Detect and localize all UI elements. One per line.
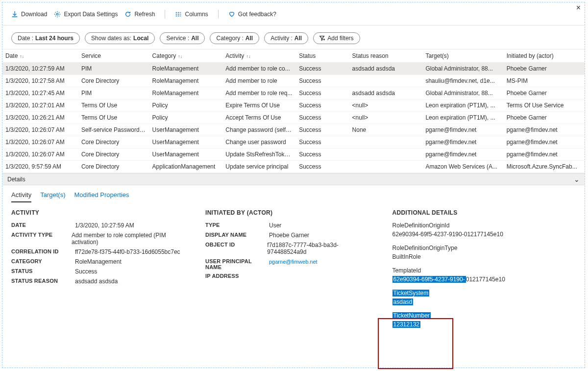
- download-label: Download: [21, 11, 47, 18]
- cell-category: Policy: [149, 112, 223, 124]
- cell-actor: MS-PIM: [504, 75, 585, 87]
- feedback-button[interactable]: Got feedback?: [228, 11, 276, 18]
- table-row[interactable]: 1/3/2020, 10:26:21 AMTerms Of UsePolicyA…: [2, 112, 585, 124]
- svg-point-0: [57, 13, 59, 15]
- ticket-number-value: 12312132: [392, 321, 420, 328]
- cell-actor: Phoebe Garner: [504, 63, 585, 75]
- col-status[interactable]: Status: [296, 49, 349, 63]
- col-category[interactable]: Category↑↓: [149, 49, 223, 63]
- download-button[interactable]: Download: [11, 11, 47, 18]
- cell-activity: Change password (self-s...: [222, 124, 296, 136]
- heart-icon: [228, 11, 235, 18]
- cell-actor: Phoebe Garner: [504, 112, 585, 124]
- export-settings-button[interactable]: Export Data Settings: [54, 11, 118, 18]
- cell-status: Success: [296, 136, 349, 148]
- cell-actor: pgarne@fimdev.net: [504, 136, 585, 148]
- cell-date: 1/3/2020, 10:27:45 AM: [2, 87, 78, 99]
- cell-activity: Accept Terms Of Use: [222, 112, 296, 124]
- filter-activity[interactable]: Activity : All: [264, 32, 308, 44]
- table-row[interactable]: 1/3/2020, 10:27:45 AMPIMRoleManagementAd…: [2, 87, 585, 99]
- feedback-label: Got feedback?: [238, 11, 276, 18]
- cell-date: 1/3/2020, 10:26:07 AM: [2, 124, 78, 136]
- cell-status: Success: [296, 161, 349, 173]
- table-row[interactable]: 1/3/2020, 10:27:58 AMCore DirectoryRoleM…: [2, 75, 585, 87]
- col-activity[interactable]: Activity↑↓: [222, 49, 296, 63]
- cell-service: Terms Of Use: [78, 99, 149, 112]
- cell-category: RoleManagement: [149, 87, 223, 99]
- cell-reason: <null>: [349, 112, 423, 124]
- cell-category: UserManagement: [149, 148, 223, 161]
- cell-category: ApplicationManagement: [149, 161, 223, 173]
- cell-activity: Update service principal: [222, 161, 296, 173]
- col-targets[interactable]: Target(s): [422, 49, 503, 63]
- cell-reason: asdsadd asdsda: [349, 87, 423, 99]
- columns-icon: [175, 11, 182, 18]
- col-service[interactable]: Service: [78, 49, 149, 63]
- tab-targets[interactable]: Target(s): [40, 191, 65, 202]
- filter-bar: Date : Last 24 hours Show dates as: Loca…: [2, 25, 585, 49]
- table-row[interactable]: 1/3/2020, 10:27:59 AMPIMRoleManagementAd…: [2, 63, 585, 75]
- cell-reason: [349, 136, 423, 148]
- filter-service[interactable]: Service : All: [160, 32, 205, 44]
- section-title: INITIATED BY (ACTOR): [205, 209, 375, 216]
- col-status-reason[interactable]: Status reason: [349, 49, 423, 63]
- cell-targets: pgarne@fimdev.net: [422, 136, 503, 148]
- cell-service: Core Directory: [78, 136, 149, 148]
- table-row[interactable]: 1/3/2020, 10:26:07 AMCore DirectoryUserM…: [2, 136, 585, 148]
- ticket-system-value: asdasd: [392, 298, 414, 305]
- details-header[interactable]: Details ⌄: [2, 173, 585, 185]
- cell-activity: Add member to role req...: [222, 87, 296, 99]
- filter-date[interactable]: Date : Last 24 hours: [11, 32, 80, 44]
- refresh-button[interactable]: Refresh: [124, 11, 155, 18]
- cell-targets: Leon expiration (PT1M), ...: [422, 112, 503, 124]
- col-initiatedby[interactable]: Initiated by (actor): [504, 49, 585, 63]
- detail-activity-section: ACTIVITY DATE1/3/2020, 10:27:59 AM ACTIV…: [11, 209, 188, 330]
- section-title: ADDITIONAL DETAILS: [392, 209, 576, 216]
- cell-actor: Phoebe Garner: [504, 87, 585, 99]
- filter-category[interactable]: Category : All: [210, 32, 259, 44]
- cell-date: 1/3/2020, 10:27:59 AM: [2, 63, 78, 75]
- cell-service: Core Directory: [78, 75, 149, 87]
- table-row[interactable]: 1/3/2020, 10:27:01 AMTerms Of UsePolicyE…: [2, 99, 585, 112]
- cell-status: Success: [296, 63, 349, 75]
- cell-date: 1/3/2020, 10:27:58 AM: [2, 75, 78, 87]
- cell-status: Success: [296, 87, 349, 99]
- columns-button[interactable]: Columns: [175, 11, 208, 18]
- cell-status: Success: [296, 112, 349, 124]
- chevron-down-icon: ⌄: [574, 175, 580, 183]
- cell-actor: Microsoft.Azure.SyncFab...: [504, 161, 585, 173]
- col-date[interactable]: Date↑↓: [2, 49, 78, 63]
- cell-reason: None: [349, 124, 423, 136]
- divider: [218, 10, 219, 19]
- refresh-label: Refresh: [134, 11, 155, 18]
- cell-reason: [349, 75, 423, 87]
- detail-tabs: Activity Target(s) Modified Properties: [2, 185, 585, 202]
- cell-service: PIM: [78, 87, 149, 99]
- close-icon[interactable]: ×: [576, 3, 581, 12]
- table-row[interactable]: 1/3/2020, 9:57:59 AMCore DirectoryApplic…: [2, 161, 585, 173]
- cell-targets: pgarne@fimdev.net: [422, 124, 503, 136]
- tab-modified-properties[interactable]: Modified Properties: [74, 191, 129, 202]
- cell-reason: [349, 148, 423, 161]
- add-filters-label: Add filters: [327, 35, 353, 42]
- cell-actor: pgarne@fimdev.net: [504, 124, 585, 136]
- sort-icon: ↑↓: [178, 54, 182, 59]
- sort-icon: ↑↓: [246, 54, 250, 59]
- cell-targets: Global Administrator, 88...: [422, 87, 503, 99]
- table-row[interactable]: 1/3/2020, 10:26:07 AMCore DirectoryUserM…: [2, 148, 585, 161]
- filter-show-dates[interactable]: Show dates as: Local: [85, 32, 155, 44]
- upn-link[interactable]: pgarne@fimweb.net: [269, 259, 318, 265]
- columns-label: Columns: [185, 11, 208, 18]
- refresh-icon: [124, 11, 131, 18]
- filter-plus-icon: [319, 35, 325, 41]
- cell-service: PIM: [78, 63, 149, 75]
- cell-category: UserManagement: [149, 124, 223, 136]
- section-title: ACTIVITY: [11, 209, 188, 216]
- cell-targets: Amazon Web Services (A...: [422, 161, 503, 173]
- cell-date: 1/3/2020, 10:27:01 AM: [2, 99, 78, 112]
- add-filters-button[interactable]: Add filters: [313, 32, 360, 44]
- table-row[interactable]: 1/3/2020, 10:26:07 AMSelf-service Passwo…: [2, 124, 585, 136]
- download-icon: [11, 11, 18, 18]
- sort-icon: ↑↓: [20, 54, 24, 59]
- tab-activity[interactable]: Activity: [11, 191, 31, 202]
